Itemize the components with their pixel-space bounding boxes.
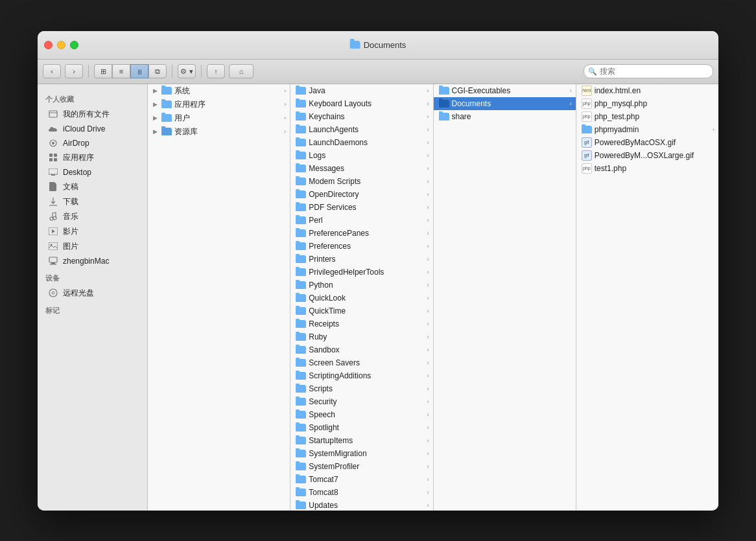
sidebar-item-icloud[interactable]: iCloud Drive (40, 122, 145, 136)
folder-icon (296, 489, 306, 496)
list-item[interactable]: Logs › (290, 149, 432, 162)
sidebar-item-pictures[interactable]: 图片 (40, 239, 145, 254)
list-item[interactable]: Tomcat8 › (290, 486, 432, 499)
list-item[interactable]: Keychains › (290, 110, 432, 123)
list-item[interactable]: Speech › (290, 408, 432, 421)
list-item[interactable]: Tomcat7 › (290, 473, 432, 486)
sidebar-item-music[interactable]: 音乐 (40, 209, 145, 224)
path-button[interactable]: ⌂ (229, 64, 254, 78)
sidebar-item-documents[interactable]: 文稿 (40, 179, 145, 194)
list-item[interactable]: PrivilegedHelperTools › (290, 266, 432, 279)
list-item[interactable]: SystemMigration › (290, 447, 432, 460)
list-item[interactable]: gif PoweredByM...OSXLarge.gif (576, 149, 718, 162)
share-button[interactable]: ↑ (207, 64, 225, 78)
list-item[interactable]: php php_test.php (576, 110, 718, 123)
svg-rect-9 (51, 174, 55, 176)
column-view-button[interactable]: ⫼ (130, 64, 148, 78)
file-arrow: › (427, 165, 429, 172)
sidebar-item-apps[interactable]: 应用程序 (40, 150, 145, 165)
file-name: 应用程序 (174, 99, 281, 110)
list-item[interactable]: Ruby › (290, 330, 432, 343)
file-name: Scripts (309, 384, 424, 393)
file-name: Updates (309, 501, 424, 510)
back-button[interactable]: ‹ (43, 64, 61, 78)
list-item[interactable]: Keyboard Layouts › (290, 97, 432, 110)
sidebar-item-all-files[interactable]: 我的所有文件 (40, 107, 145, 122)
cover-view-button[interactable]: ⧉ (148, 64, 167, 78)
file-arrow: › (427, 204, 429, 211)
file-name: PDF Services (309, 203, 424, 212)
list-item[interactable]: Receipts › (290, 317, 432, 330)
file-name: LaunchAgents (309, 125, 424, 134)
list-item[interactable]: ScriptingAdditions › (290, 369, 432, 382)
sidebar-item-downloads[interactable]: 下载 (40, 194, 145, 209)
list-item[interactable]: ▶ 系统 › (148, 84, 290, 98)
list-item[interactable]: php test1.php (576, 162, 718, 175)
list-item[interactable]: ▶ 应用程序 › (148, 98, 290, 111)
list-item[interactable]: PDF Services › (290, 201, 432, 214)
sidebar-item-computer[interactable]: zhengbinMac (40, 254, 145, 268)
list-item[interactable]: phpmyadmin › (576, 123, 718, 136)
close-button[interactable] (44, 41, 53, 49)
list-item[interactable]: LaunchAgents › (290, 123, 432, 136)
list-item[interactable]: QuickLook › (290, 292, 432, 305)
sidebar-label-apps: 应用程序 (63, 152, 94, 163)
sidebar-label-all-files: 我的所有文件 (63, 109, 110, 120)
folder-icon (296, 229, 306, 237)
list-item[interactable]: Python › (290, 279, 432, 292)
list-item[interactable]: Security › (290, 395, 432, 408)
forward-button[interactable]: › (65, 64, 83, 78)
folder-icon (296, 203, 306, 211)
file-arrow: › (427, 139, 429, 146)
list-item[interactable]: PreferencePanes › (290, 227, 432, 240)
list-item[interactable]: Modem Scripts › (290, 175, 432, 188)
list-item[interactable]: Scripts › (290, 382, 432, 395)
list-item[interactable]: gif PoweredByMacOSX.gif (576, 136, 718, 149)
file-name: QuickTime (309, 306, 424, 316)
list-item[interactable]: php php_mysql.php (576, 97, 718, 110)
sidebar-item-airdrop[interactable]: AirDrop (40, 136, 145, 150)
folder-icon (161, 87, 172, 95)
icon-view-button[interactable]: ⊞ (94, 64, 112, 78)
pane-1: ▶ 系统 › ▶ 应用程序 › ▶ 用户 › (148, 84, 290, 511)
file-arrow: › (427, 269, 429, 275)
list-item[interactable]: Updates › (290, 499, 432, 511)
minimize-button[interactable] (57, 41, 65, 49)
file-name: Preferences (309, 242, 424, 251)
list-item[interactable]: Sandbox › (290, 343, 432, 356)
list-item[interactable]: Perl › (290, 214, 432, 227)
file-arrow: › (427, 489, 429, 496)
list-item[interactable]: SystemProfiler › (290, 460, 432, 473)
list-item[interactable]: CGI-Executables › (434, 84, 576, 97)
movies-icon (48, 226, 58, 236)
list-item[interactable]: Spotlight › (290, 421, 432, 434)
folder-icon (296, 385, 306, 393)
list-view-button[interactable]: ≡ (112, 64, 130, 78)
toolbar: ‹ › ⊞ ≡ ⫼ ⧉ ⚙ ▾ ↑ ⌂ 🔍 (38, 60, 718, 84)
sidebar-item-desktop[interactable]: Desktop (40, 165, 145, 179)
list-item[interactable]: ▶ 用户 › (148, 111, 290, 125)
list-item[interactable]: Java › (290, 84, 432, 97)
expand-arrow: ▶ (153, 115, 158, 121)
list-item[interactable]: StartupItems › (290, 434, 432, 447)
list-item[interactable]: Printers › (290, 253, 432, 266)
list-item[interactable]: ▶ 资源库 › (148, 125, 290, 139)
list-item[interactable]: LaunchDaemons › (290, 136, 432, 149)
list-item[interactable]: OpenDirectory › (290, 188, 432, 201)
action-dropdown-button[interactable]: ⚙ ▾ (178, 64, 196, 78)
list-item[interactable]: Preferences › (290, 240, 432, 253)
sidebar-item-disc[interactable]: 远程光盘 (40, 286, 145, 301)
list-item[interactable]: html index.html.en (576, 84, 718, 97)
list-item[interactable]: Documents › (434, 97, 576, 110)
list-item[interactable]: QuickTime › (290, 305, 432, 317)
maximize-button[interactable] (70, 41, 78, 49)
list-item[interactable]: Messages › (290, 162, 432, 175)
file-arrow: › (427, 386, 429, 392)
svg-point-20 (49, 289, 57, 297)
sidebar-item-movies[interactable]: 影片 (40, 224, 145, 239)
list-item[interactable]: share (434, 110, 576, 123)
list-item[interactable]: Screen Savers › (290, 356, 432, 369)
file-name: Modem Scripts (309, 177, 424, 186)
folder-icon (296, 359, 306, 367)
search-input[interactable] (584, 64, 713, 78)
